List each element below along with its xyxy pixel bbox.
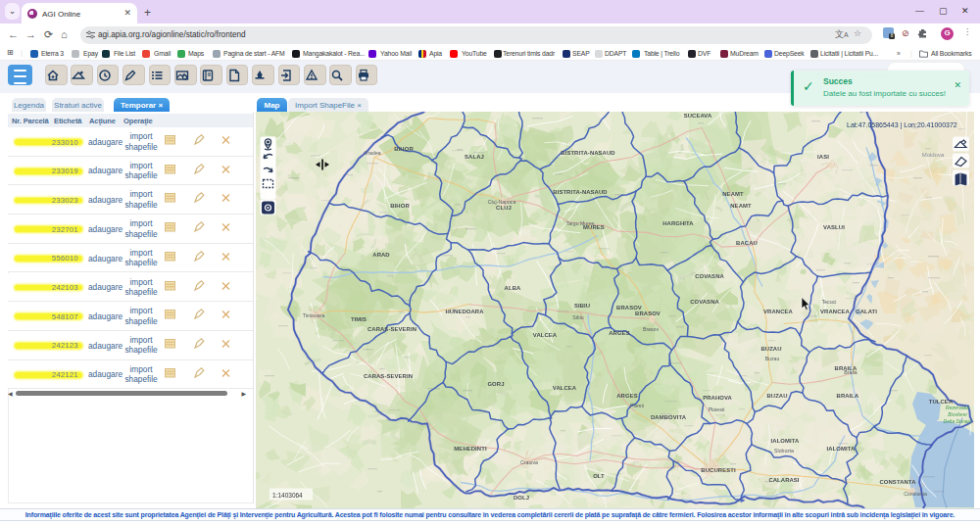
svg-text:COVASNA: COVASNA xyxy=(690,299,719,305)
svg-text:IALOMITA: IALOMITA xyxy=(827,446,856,452)
svg-text:BUCURESTI: BUCURESTI xyxy=(701,467,736,473)
svg-text:Oradea: Oradea xyxy=(364,150,380,156)
svg-text:CLUJ: CLUJ xyxy=(496,205,512,211)
svg-text:BRAILA: BRAILA xyxy=(837,393,859,399)
svg-text:Buzau: Buzau xyxy=(765,356,780,361)
svg-text:Tecuci: Tecuci xyxy=(822,299,837,305)
svg-text:Lat:47.05865443 | Lon:20.41000: Lat:47.05865443 | Lon:20.41000372 xyxy=(847,120,957,128)
svg-text:1:1403064: 1:1403064 xyxy=(272,491,303,498)
svg-text:HARGHITA: HARGHITA xyxy=(662,220,694,226)
svg-text:Constanta: Constanta xyxy=(904,491,927,497)
svg-text:IASI: IASI xyxy=(817,154,829,160)
svg-text:DAMBOVITA: DAMBOVITA xyxy=(651,414,687,420)
svg-text:BISTRITA-NASAUD: BISTRITA-NASAUD xyxy=(553,189,607,195)
svg-text:Cluj-Napoca: Cluj-Napoca xyxy=(488,199,516,205)
svg-text:VALCEA: VALCEA xyxy=(553,385,577,391)
svg-text:CARAS-SEVERIN: CARAS-SEVERIN xyxy=(364,373,413,379)
svg-text:Pitesti: Pitesti xyxy=(630,403,644,408)
svg-text:Moldova: Moldova xyxy=(922,152,945,158)
svg-text:BRASOV: BRASOV xyxy=(635,311,661,316)
svg-text:Sibiu: Sibiu xyxy=(572,314,584,320)
svg-text:BISTRITA-NASAUD: BISTRITA-NASAUD xyxy=(561,150,614,156)
svg-text:NEAMT: NEAMT xyxy=(730,203,752,209)
svg-text:Craiova: Craiova xyxy=(520,459,538,465)
svg-text:BUZAU: BUZAU xyxy=(760,346,781,352)
svg-text:NEAMT: NEAMT xyxy=(722,191,744,197)
svg-text:ARAD: ARAD xyxy=(372,252,389,258)
svg-text:GALATI: GALATI xyxy=(856,309,877,314)
svg-text:SALAJ: SALAJ xyxy=(465,154,484,160)
svg-text:Biosferei: Biosferei xyxy=(948,410,967,416)
svg-text:CONSTANTA: CONSTANTA xyxy=(879,479,916,485)
svg-text:ARGES: ARGES xyxy=(609,330,629,336)
svg-text:ARGES: ARGES xyxy=(616,393,637,399)
svg-text:BUZAU: BUZAU xyxy=(766,393,787,399)
svg-text:PRAHOVA: PRAHOVA xyxy=(703,395,732,401)
svg-text:CARAS-SEVERIN: CARAS-SEVERIN xyxy=(368,326,416,332)
svg-text:VALCEA: VALCEA xyxy=(533,332,558,338)
svg-text:Rezervatia: Rezervatia xyxy=(946,404,969,409)
svg-text:OLT: OLT xyxy=(593,473,605,479)
svg-text:MEHEDINTI: MEHEDINTI xyxy=(454,446,487,452)
svg-text:SUCEAVA: SUCEAVA xyxy=(684,113,712,119)
svg-text:VRANCEA: VRANCEA xyxy=(763,309,793,314)
svg-text:HUNEDOARA: HUNEDOARA xyxy=(445,309,484,314)
svg-text:Braila: Braila xyxy=(844,369,857,375)
svg-text:CALARASI: CALARASI xyxy=(768,477,799,483)
svg-text:COVASNA: COVASNA xyxy=(695,273,724,279)
svg-text:Ploiesti: Ploiesti xyxy=(709,406,725,412)
svg-text:Targu Mures: Targu Mures xyxy=(566,220,595,226)
svg-text:Brasov: Brasov xyxy=(643,326,660,332)
svg-text:BIHOR: BIHOR xyxy=(394,146,414,152)
svg-text:IALOMITA: IALOMITA xyxy=(771,438,800,444)
svg-text:BIHOR: BIHOR xyxy=(390,203,410,209)
svg-text:GORJ: GORJ xyxy=(487,381,504,387)
svg-text:SIBIU: SIBIU xyxy=(574,303,590,309)
svg-text:VRANCEA: VRANCEA xyxy=(820,309,850,314)
svg-text:VASLUI: VASLUI xyxy=(823,224,845,230)
svg-text:Timisoara: Timisoara xyxy=(303,312,325,318)
svg-text:Slobozia: Slobozia xyxy=(774,448,794,454)
svg-text:Delta Dunarii: Delta Dunarii xyxy=(944,417,973,423)
svg-text:ALBA: ALBA xyxy=(505,285,521,291)
svg-text:BACAU: BACAU xyxy=(736,240,758,246)
svg-text:TIMIS: TIMIS xyxy=(351,316,367,322)
svg-text:DOLJ: DOLJ xyxy=(514,495,529,501)
